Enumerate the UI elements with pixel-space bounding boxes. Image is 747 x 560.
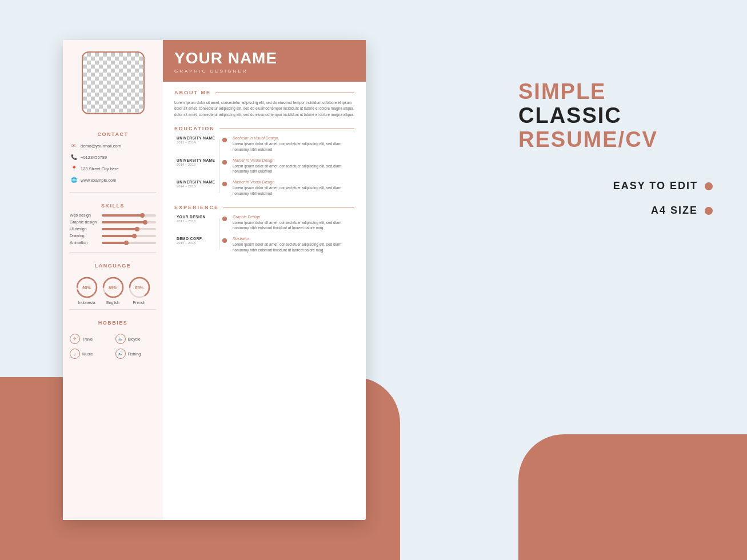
lang-name: English — [106, 301, 119, 305]
timeline-role: Graphic Design — [233, 215, 354, 219]
phone-icon: 📞 — [70, 153, 78, 161]
skill-bar-fill — [102, 214, 142, 217]
skill-name: Web design — [70, 213, 99, 217]
timeline-desc: Lorem ipsum dolor sit amet, consectetuer… — [233, 220, 354, 231]
timeline-desc: Lorem ipsum dolor sit amet, consectetuer… — [233, 242, 354, 253]
language-row: 95% Indonesia 89% English 65% French — [76, 277, 150, 305]
education-heading-text: EDUCATION — [174, 126, 215, 131]
skill-item: Drawing — [70, 234, 156, 238]
skill-bar-bg — [102, 242, 156, 244]
hobby-icon: 🎣 — [115, 349, 126, 359]
contact-address: 123 Street City here — [81, 166, 119, 171]
timeline-role: Master in Visual Design — [233, 180, 354, 184]
promo-line1: SIMPLE — [518, 80, 713, 104]
timeline-year: 2014 – 2016 — [177, 185, 217, 188]
skills-list: Web design Graphic design UI design Dr — [70, 213, 156, 247]
timeline-year: 2014 – 2016 — [177, 241, 217, 245]
skill-bar-bg — [102, 228, 156, 230]
skill-bar-fill — [102, 242, 126, 244]
contact-website: www.example.com — [81, 178, 117, 183]
lang-item: 65% French — [129, 277, 150, 305]
resume-sidebar: CONTACT ✉ demo@yourmail.com 📞 +012345678… — [63, 40, 163, 520]
feature-item: A4 SIZE — [518, 205, 713, 217]
skill-item: Animation — [70, 241, 156, 245]
timeline-left: YOUR DESIGN 2011 – 2016 — [177, 215, 222, 231]
timeline-role: Master in Visual Design — [233, 158, 354, 162]
resume-main: YOUR NAME GRAPHIC DESIGNER ABOUT ME Lore… — [163, 40, 366, 520]
timeline-org: YOUR DESIGN — [177, 215, 217, 219]
skill-bar-fill — [102, 235, 134, 237]
skill-dot — [135, 227, 139, 231]
contact-address-row: 📍 123 Street City here — [70, 165, 156, 173]
features-list: EASY TO EDIT A4 SIZE — [518, 180, 713, 217]
lang-circle: 65% — [129, 277, 150, 298]
timeline-row: DEMO CORP. 2014 – 2016 Illustrator Lorem… — [177, 237, 354, 253]
resume-title: GRAPHIC DESIGNER — [174, 69, 354, 74]
timeline-dot — [222, 217, 227, 221]
experience-line — [223, 207, 354, 207]
skill-name: Animation — [70, 241, 99, 245]
about-text: Lorem ipsum dolor sit amet, consectetur … — [174, 100, 354, 118]
timeline-dot — [222, 238, 227, 243]
timeline-org: UNIVERSITY NAME — [177, 136, 217, 140]
education-section: EDUCATION UNIVERSITY NAME 2011 – 2014 Ba… — [174, 126, 354, 197]
email-icon: ✉ — [70, 142, 78, 150]
skill-bar-fill — [102, 228, 137, 230]
hobby-icon: ♪ — [70, 349, 80, 359]
skill-bar-fill — [102, 221, 145, 223]
hobby-item: ✈ Travel — [70, 334, 111, 344]
timeline-right: Master in Visual Design Lorem ipsum dolo… — [227, 158, 354, 175]
divider-3 — [70, 309, 156, 310]
timeline-year: 2011 – 2014 — [177, 141, 217, 144]
divider-1 — [70, 192, 156, 193]
timeline-desc: Lorem ipsum dolor sit amet, consectetuer… — [233, 141, 354, 153]
resume-name: YOUR NAME — [174, 50, 354, 66]
timeline-right: Master in Visual Design Lorem ipsum dolo… — [227, 180, 354, 197]
education-heading-row: EDUCATION — [174, 126, 354, 131]
skills-heading: SKILLS — [101, 203, 125, 209]
hobbies-grid: ✈ Travel 🚲 Bicycle ♪ Music 🎣 Fishing — [70, 334, 156, 359]
skill-dot — [140, 213, 145, 218]
timeline-left: DEMO CORP. 2014 – 2016 — [177, 237, 222, 253]
timeline-dot — [222, 182, 227, 186]
timeline-year: 2011 – 2016 — [177, 219, 217, 223]
skill-name: UI design — [70, 227, 99, 231]
timeline-left: UNIVERSITY NAME 2011 – 2014 — [177, 136, 222, 153]
skill-item: Graphic design — [70, 220, 156, 224]
skill-name: Drawing — [70, 234, 99, 238]
timeline-row: UNIVERSITY NAME 2014 – 2016 Master in Vi… — [177, 180, 354, 197]
feature-item: EASY TO EDIT — [518, 180, 713, 192]
timeline-org: UNIVERSITY NAME — [177, 158, 217, 162]
resume-card: CONTACT ✉ demo@yourmail.com 📞 +012345678… — [63, 40, 366, 520]
timeline-right: Graphic Design Lorem ipsum dolor sit ame… — [227, 215, 354, 231]
timeline-left: UNIVERSITY NAME 2014 – 2016 — [177, 180, 222, 197]
timeline-role: Bachelor in Visual Design — [233, 136, 354, 140]
skill-bar-bg — [102, 221, 156, 223]
promo-line2: CLASSIC — [518, 104, 713, 128]
lang-item: 95% Indonesia — [76, 277, 98, 305]
lang-circle: 95% — [76, 277, 98, 298]
hobby-name: Music — [82, 352, 93, 356]
hobby-icon: ✈ — [70, 334, 80, 344]
hobbies-heading: HOBBIES — [98, 320, 128, 326]
timeline-dot — [222, 160, 227, 165]
lang-item: 89% English — [102, 277, 124, 305]
timeline-org: DEMO CORP. — [177, 237, 217, 241]
timeline-year: 2014 – 2016 — [177, 163, 217, 166]
about-heading-row: ABOUT ME — [174, 90, 354, 95]
contact-email-row: ✉ demo@yourmail.com — [70, 142, 156, 150]
resume-body: ABOUT ME Lorem ipsum dolor sit amet, con… — [163, 82, 366, 520]
contact-phone-row: 📞 +0123456789 — [70, 153, 156, 161]
experience-section: EXPERIENCE YOUR DESIGN 2011 – 2016 Graph… — [174, 205, 354, 253]
web-icon: 🌐 — [70, 176, 78, 184]
promo-line3: RESUME/CV — [518, 128, 713, 152]
skill-dot — [124, 241, 129, 245]
about-line — [215, 93, 354, 93]
timeline-role: Illustrator — [233, 237, 354, 241]
timeline-desc: Lorem ipsum dolor sit amet, consectetuer… — [233, 163, 354, 175]
timeline-dot — [222, 138, 227, 142]
lang-name: Indonesia — [78, 301, 95, 305]
feature-text: A4 SIZE — [651, 205, 698, 217]
skill-dot — [132, 234, 137, 238]
timeline-row: YOUR DESIGN 2011 – 2016 Graphic Design L… — [177, 215, 354, 231]
